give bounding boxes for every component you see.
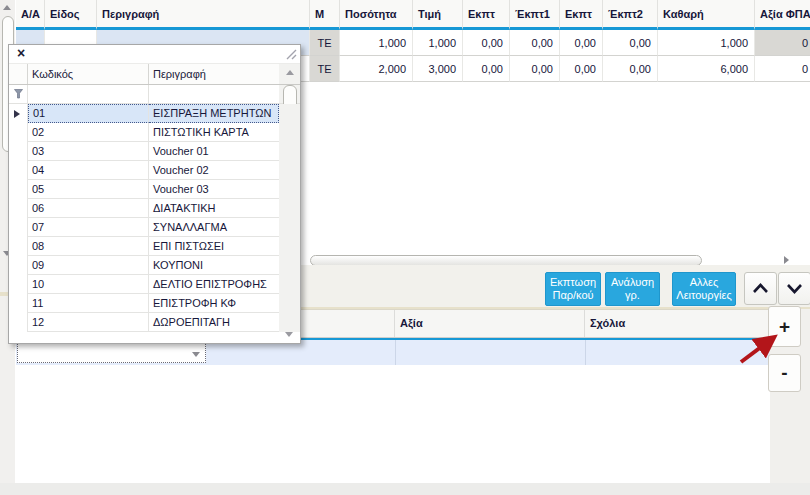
scroll-down-icon[interactable]: [285, 332, 293, 337]
cell-kodikos[interactable]: 05: [28, 180, 149, 199]
cell-kodikos[interactable]: 06: [28, 199, 149, 218]
list-item[interactable]: 04 Voucher 02: [9, 161, 300, 180]
popup-scrollbar-top[interactable]: [279, 64, 300, 84]
column-header-eidos[interactable]: Είδος: [45, 0, 97, 30]
column-header-kodikos[interactable]: Κωδικός: [28, 64, 149, 84]
chevron-up-icon: [752, 283, 769, 294]
list-item[interactable]: 03 Voucher 01: [9, 142, 300, 161]
list-item[interactable]: 05 Voucher 03: [9, 180, 300, 199]
grid-cell[interactable]: 0: [755, 56, 810, 82]
line-analysis-button[interactable]: Ανάλυση γρ.: [605, 272, 660, 306]
column-header-kathari[interactable]: Καθαρή: [658, 0, 755, 30]
cell-perigrafi[interactable]: Voucher 01: [149, 142, 279, 161]
cell-perigrafi[interactable]: ΠΙΣΤΩΤΙΚΗ ΚΑΡΤΑ: [149, 123, 279, 142]
list-item[interactable]: 02 ΠΙΣΤΩΤΙΚΗ ΚΑΡΤΑ: [9, 123, 300, 142]
filter-row[interactable]: [9, 85, 300, 104]
grid-cell[interactable]: 2,000: [340, 56, 413, 82]
add-row-button[interactable]: +: [768, 306, 801, 347]
grid-cell[interactable]: 0,00: [463, 56, 510, 82]
column-header-ekpt1[interactable]: Έκπτ1: [510, 0, 560, 30]
button-label: Αλλες: [690, 276, 719, 289]
button-label: Εκπτωση: [550, 276, 596, 289]
payment-types-popup: × Κωδικός Περιγραφή 01: [8, 44, 301, 344]
list-item[interactable]: 12 ΔΩΡΟΕΠΙΤΑΓΗ: [9, 313, 300, 332]
cell-perigrafi[interactable]: ΚΟΥΠΟΝΙ: [149, 256, 279, 275]
grid-cell[interactable]: ΤΕ: [310, 56, 340, 82]
list-item[interactable]: 11 ΕΠΙΣΤΡΟΦΗ ΚΦ: [9, 294, 300, 313]
scroll-up-icon[interactable]: [3, 5, 11, 10]
grid-cell[interactable]: 0,00: [603, 56, 658, 82]
cell-kodikos[interactable]: 10: [28, 275, 149, 294]
pos-document-window: Α/Α Είδος Περιγραφή Μ Ποσότητα Τιμή Εκπτ…: [0, 0, 810, 495]
grid-cell[interactable]: 6,000: [658, 56, 755, 82]
grid-cell[interactable]: 0,00: [510, 30, 560, 56]
column-header-axia-fpa[interactable]: Αξία ΦΠΑ: [755, 0, 810, 30]
cell-kodikos[interactable]: 07: [28, 218, 149, 237]
grid-cell[interactable]: 0,00: [510, 56, 560, 82]
move-up-button[interactable]: [744, 272, 777, 305]
grid-cell[interactable]: 0,00: [560, 30, 603, 56]
cell-perigrafi[interactable]: Voucher 03: [149, 180, 279, 199]
cell-perigrafi[interactable]: ΔΩΡΟΕΠΙΤΑΓΗ: [149, 313, 279, 332]
delete-row-button[interactable]: -: [768, 354, 801, 392]
cell-perigrafi[interactable]: ΕΠΙΣΤΡΟΦΗ ΚΦ: [149, 294, 279, 313]
grid-cell[interactable]: 0,00: [463, 30, 510, 56]
cell-kodikos[interactable]: 03: [28, 142, 149, 161]
other-functions-button[interactable]: Αλλες Λειτουργίες: [672, 272, 736, 306]
column-header-posotita[interactable]: Ποσότητα: [340, 0, 413, 30]
column-header-ekpt[interactable]: Εκπτ: [463, 0, 510, 30]
button-label: Λειτουργίες: [676, 289, 731, 302]
cell-perigrafi[interactable]: ΣΥΝΑΛΛΑΓΜΑ: [149, 218, 279, 237]
grid-cell[interactable]: 1,000: [340, 30, 413, 56]
column-header-m[interactable]: Μ: [310, 0, 340, 30]
column-header-perigrafi[interactable]: Περιγραφή: [97, 0, 310, 30]
column-header-axia[interactable]: Αξία: [395, 310, 585, 337]
cell-kodikos[interactable]: 08: [28, 237, 149, 256]
list-item[interactable]: 07 ΣΥΝΑΛΛΑΓΜΑ: [9, 218, 300, 237]
cell-perigrafi[interactable]: ΕΙΣΠΡΑΞΗ ΜΕΤΡΗΤΩΝ: [149, 104, 279, 123]
cell-perigrafi[interactable]: ΕΠΙ ΠΙΣΤΩΣΕΙ: [149, 237, 279, 256]
column-header-ekpt-b[interactable]: Εκπτ: [560, 0, 603, 30]
grid-cell[interactable]: 1,000: [658, 30, 755, 56]
list-item[interactable]: 08 ΕΠΙ ΠΙΣΤΩΣΕΙ: [9, 237, 300, 256]
column-header-sxolia[interactable]: Σχόλια: [585, 310, 773, 337]
close-icon[interactable]: ×: [17, 45, 25, 62]
resize-grip-icon[interactable]: [284, 48, 297, 61]
cell-kodikos[interactable]: 04: [28, 161, 149, 180]
cell-kodikos[interactable]: 01: [28, 104, 149, 123]
cell-kodikos[interactable]: 02: [28, 123, 149, 142]
column-header-ekpt2[interactable]: Έκπτ2: [603, 0, 658, 30]
grid-cell[interactable]: 3,000: [413, 56, 463, 82]
button-label: γρ.: [625, 289, 640, 302]
payment-type-combo[interactable]: [17, 343, 206, 363]
filter-input-kodikos[interactable]: [28, 85, 149, 103]
grid-cell[interactable]: 0: [755, 30, 810, 56]
list-item[interactable]: 10 ΔΕΛΤΙΟ ΕΠΙΣΤΡΟΦΗΣ: [9, 275, 300, 294]
list-item[interactable]: 01 ΕΙΣΠΡΑΞΗ ΜΕΤΡΗΤΩΝ: [9, 104, 300, 123]
cell-perigrafi[interactable]: ΔΕΛΤΙΟ ΕΠΙΣΤΡΟΦΗΣ: [149, 275, 279, 294]
dropdown-arrow-icon[interactable]: [192, 352, 200, 357]
popup-title-bar[interactable]: ×: [9, 45, 300, 64]
move-down-button[interactable]: [778, 272, 810, 305]
invoice-discount-button[interactable]: Εκπτωση Παρ/κού: [545, 272, 601, 306]
payments-grid-empty-area: [16, 365, 773, 483]
grid-cell[interactable]: 0,00: [560, 56, 603, 82]
filter-input-perigrafi[interactable]: [149, 85, 279, 103]
grid-cell[interactable]: 1,000: [413, 30, 463, 56]
column-header-perigrafi[interactable]: Περιγραφή: [149, 64, 279, 84]
grid-cell[interactable]: ΤΕ: [310, 30, 340, 56]
cell-perigrafi[interactable]: Voucher 02: [149, 161, 279, 180]
list-item[interactable]: 09 ΚΟΥΠΟΝΙ: [9, 256, 300, 275]
column-header-timi[interactable]: Τιμή: [413, 0, 463, 30]
list-item[interactable]: 06 ΔΙΑΤΑΚΤΙΚΗ: [9, 199, 300, 218]
cell-perigrafi[interactable]: ΔΙΑΤΑΚΤΙΚΗ: [149, 199, 279, 218]
cell-kodikos[interactable]: 11: [28, 294, 149, 313]
scroll-right-icon[interactable]: [784, 256, 789, 264]
items-grid-header: Α/Α Είδος Περιγραφή Μ Ποσότητα Τιμή Εκπτ…: [16, 0, 810, 30]
cell-kodikos[interactable]: 12: [28, 313, 149, 332]
grid-cell[interactable]: 0,00: [603, 30, 658, 56]
cell-kodikos[interactable]: 09: [28, 256, 149, 275]
button-label: Ανάλυση: [611, 276, 654, 289]
scroll-up-icon[interactable]: [286, 70, 294, 75]
column-header-aa[interactable]: Α/Α: [16, 0, 45, 30]
